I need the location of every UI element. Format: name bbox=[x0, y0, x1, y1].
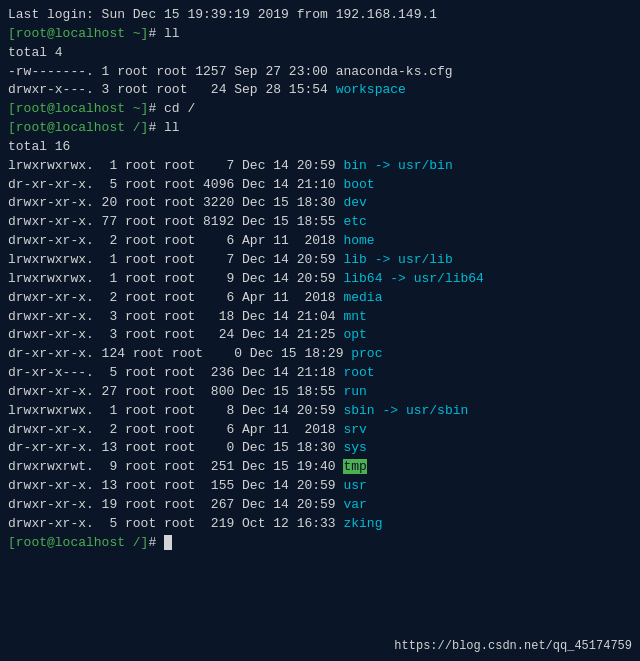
terminal-line: [root@localhost /]# ll bbox=[8, 119, 632, 138]
terminal-line: drwxr-xr-x. 13 root root 155 Dec 14 20:5… bbox=[8, 477, 632, 496]
terminal-line: drwxr-xr-x. 2 root root 6 Apr 11 2018 sr… bbox=[8, 421, 632, 440]
terminal-line: drwxr-xr-x. 2 root root 6 Apr 11 2018 me… bbox=[8, 289, 632, 308]
terminal-line: drwxr-xr-x. 5 root root 219 Oct 12 16:33… bbox=[8, 515, 632, 534]
blog-url: https://blog.csdn.net/qq_45174759 bbox=[394, 639, 632, 653]
terminal-line: drwxr-xr-x. 2 root root 6 Apr 11 2018 ho… bbox=[8, 232, 632, 251]
terminal-line: [root@localhost ~]# ll bbox=[8, 25, 632, 44]
terminal-line: drwxr-xr-x. 3 root root 18 Dec 14 21:04 … bbox=[8, 308, 632, 327]
terminal-line: dr-xr-xr-x. 5 root root 4096 Dec 14 21:1… bbox=[8, 176, 632, 195]
terminal-line: Last login: Sun Dec 15 19:39:19 2019 fro… bbox=[8, 6, 632, 25]
terminal-line: drwxr-xr-x. 77 root root 8192 Dec 15 18:… bbox=[8, 213, 632, 232]
terminal-line: total 4 bbox=[8, 44, 632, 63]
terminal-line: dr-xr-xr-x. 124 root root 0 Dec 15 18:29… bbox=[8, 345, 632, 364]
terminal-line: lrwxrwxrwx. 1 root root 7 Dec 14 20:59 b… bbox=[8, 157, 632, 176]
terminal-prompt-cursor: [root@localhost /]# bbox=[8, 534, 632, 553]
terminal-line: drwxr-xr-x. 20 root root 3220 Dec 15 18:… bbox=[8, 194, 632, 213]
terminal-line: drwxrwxrwt. 9 root root 251 Dec 15 19:40… bbox=[8, 458, 632, 477]
terminal-line: -rw-------. 1 root root 1257 Sep 27 23:0… bbox=[8, 63, 632, 82]
terminal-line: lrwxrwxrwx. 1 root root 9 Dec 14 20:59 l… bbox=[8, 270, 632, 289]
terminal-line: lrwxrwxrwx. 1 root root 7 Dec 14 20:59 l… bbox=[8, 251, 632, 270]
terminal-line: drwxr-x---. 3 root root 24 Sep 28 15:54 … bbox=[8, 81, 632, 100]
terminal-line: total 16 bbox=[8, 138, 632, 157]
terminal-line: drwxr-xr-x. 19 root root 267 Dec 14 20:5… bbox=[8, 496, 632, 515]
terminal-line: [root@localhost ~]# cd / bbox=[8, 100, 632, 119]
terminal-line: drwxr-xr-x. 3 root root 24 Dec 14 21:25 … bbox=[8, 326, 632, 345]
terminal-line: dr-xr-x---. 5 root root 236 Dec 14 21:18… bbox=[8, 364, 632, 383]
terminal-line: drwxr-xr-x. 27 root root 800 Dec 15 18:5… bbox=[8, 383, 632, 402]
terminal: Last login: Sun Dec 15 19:39:19 2019 fro… bbox=[0, 0, 640, 661]
terminal-line: dr-xr-xr-x. 13 root root 0 Dec 15 18:30 … bbox=[8, 439, 632, 458]
terminal-line: lrwxrwxrwx. 1 root root 8 Dec 14 20:59 s… bbox=[8, 402, 632, 421]
